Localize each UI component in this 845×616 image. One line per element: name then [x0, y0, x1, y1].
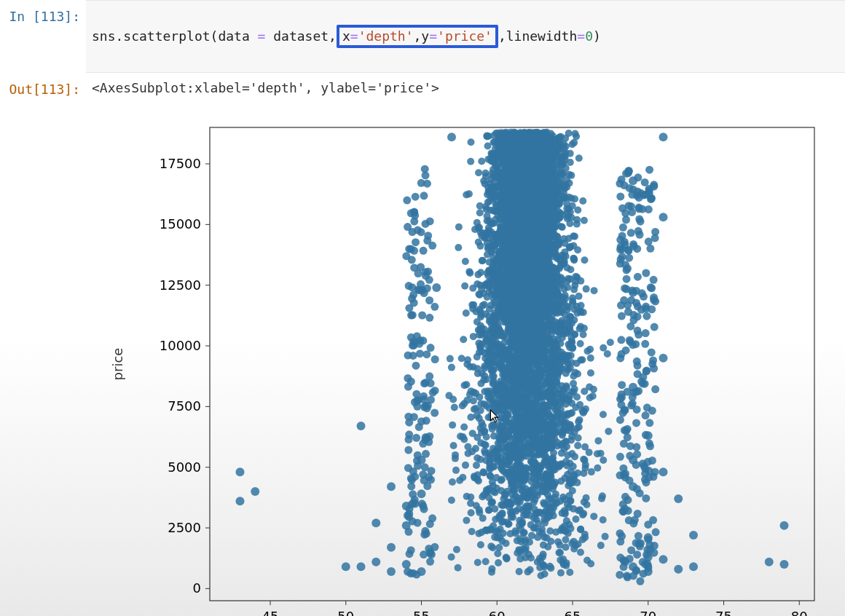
svg-point-5111 [575, 507, 582, 514]
svg-text:70: 70 [640, 609, 656, 616]
svg-point-3886 [557, 497, 564, 505]
svg-point-2773 [476, 242, 484, 250]
svg-point-4995 [527, 236, 535, 243]
svg-point-4898 [464, 356, 471, 363]
svg-point-1142 [463, 309, 470, 317]
svg-point-5071 [550, 482, 557, 489]
svg-point-5642 [417, 455, 426, 464]
svg-point-3831 [602, 533, 609, 540]
svg-point-4916 [532, 389, 539, 396]
code-token: , [414, 28, 422, 44]
svg-point-5154 [490, 445, 497, 452]
code-token: ) [593, 28, 601, 44]
svg-point-5214 [546, 422, 553, 430]
svg-point-5173 [549, 457, 556, 464]
svg-point-5054 [472, 390, 479, 397]
svg-point-5179 [521, 142, 528, 149]
svg-point-607 [455, 564, 462, 571]
svg-point-5040 [498, 144, 505, 151]
svg-point-5233 [535, 314, 543, 321]
svg-point-5407 [642, 312, 651, 320]
svg-point-1036 [604, 350, 611, 358]
svg-point-5664 [765, 557, 774, 566]
svg-point-4442 [489, 158, 496, 165]
svg-point-5654 [644, 567, 653, 576]
svg-point-5098 [496, 248, 503, 256]
svg-point-4118 [477, 380, 484, 387]
svg-point-4051 [583, 285, 590, 293]
code-input[interactable]: sns.scatterplot(data = dataset,x='depth'… [86, 0, 845, 73]
svg-point-5602 [635, 215, 643, 223]
svg-point-5255 [425, 314, 433, 322]
svg-point-5501 [635, 205, 643, 213]
code-token: ,linewidth [498, 28, 577, 44]
svg-point-4664 [567, 497, 574, 505]
svg-point-5232 [514, 410, 521, 417]
svg-point-4993 [527, 290, 535, 297]
svg-point-5186 [484, 250, 491, 258]
svg-point-4298 [559, 559, 567, 566]
svg-point-4200 [565, 194, 573, 201]
svg-point-5636 [387, 482, 396, 491]
svg-point-5066 [498, 169, 506, 176]
svg-point-5228 [497, 224, 504, 231]
svg-point-5065 [559, 170, 567, 177]
svg-point-1921 [588, 468, 595, 475]
svg-point-5051 [525, 363, 532, 370]
svg-point-4902 [501, 154, 508, 162]
svg-point-4826 [543, 357, 550, 364]
svg-point-4929 [562, 328, 569, 336]
svg-point-4982 [516, 422, 524, 429]
svg-point-3950 [554, 280, 561, 288]
svg-point-5476 [646, 245, 654, 253]
svg-point-852 [566, 569, 573, 576]
svg-point-5411 [404, 464, 412, 472]
svg-point-5515 [404, 382, 412, 390]
svg-point-5361 [425, 276, 433, 284]
svg-point-5460 [616, 553, 624, 561]
svg-point-5488 [420, 476, 428, 484]
svg-point-5192 [512, 296, 519, 303]
svg-point-5592 [420, 395, 428, 403]
svg-point-4522 [564, 210, 571, 217]
svg-point-2909 [458, 355, 465, 362]
svg-point-4835 [600, 344, 607, 352]
svg-point-4963 [498, 231, 505, 238]
svg-point-1420 [464, 443, 471, 450]
svg-point-5631 [357, 422, 366, 430]
svg-point-4085 [530, 515, 538, 522]
svg-point-5184 [521, 255, 528, 262]
svg-point-5101 [541, 417, 548, 425]
svg-point-3852 [499, 517, 506, 524]
svg-point-5346 [626, 336, 634, 344]
svg-point-4094 [477, 407, 484, 414]
svg-point-4694 [546, 527, 554, 534]
svg-point-4562 [573, 393, 581, 400]
svg-point-5057 [544, 403, 551, 410]
svg-point-1900 [453, 546, 460, 553]
svg-point-2126 [516, 568, 523, 575]
svg-point-5596 [409, 490, 417, 498]
svg-point-5096 [550, 368, 557, 376]
svg-point-5311 [426, 217, 434, 225]
svg-point-5595 [645, 185, 653, 193]
svg-point-4932 [549, 396, 556, 403]
code-token: = [258, 28, 266, 44]
svg-point-5045 [521, 206, 528, 213]
svg-point-1446 [600, 457, 607, 464]
svg-point-4838 [562, 295, 569, 302]
svg-point-5083 [537, 244, 544, 251]
svg-point-4476 [586, 346, 594, 353]
code-token: y [421, 28, 429, 44]
svg-point-4745 [557, 569, 565, 577]
svg-point-4446 [522, 485, 530, 492]
svg-point-5223 [540, 133, 547, 140]
svg-point-5498 [621, 181, 629, 189]
svg-point-4584 [484, 198, 492, 205]
svg-point-2931 [607, 339, 614, 346]
svg-point-5061 [541, 339, 548, 346]
svg-point-5514 [651, 234, 659, 242]
svg-point-5122 [562, 438, 570, 445]
svg-point-5165 [511, 324, 518, 331]
code-token: 'price' [437, 28, 492, 44]
